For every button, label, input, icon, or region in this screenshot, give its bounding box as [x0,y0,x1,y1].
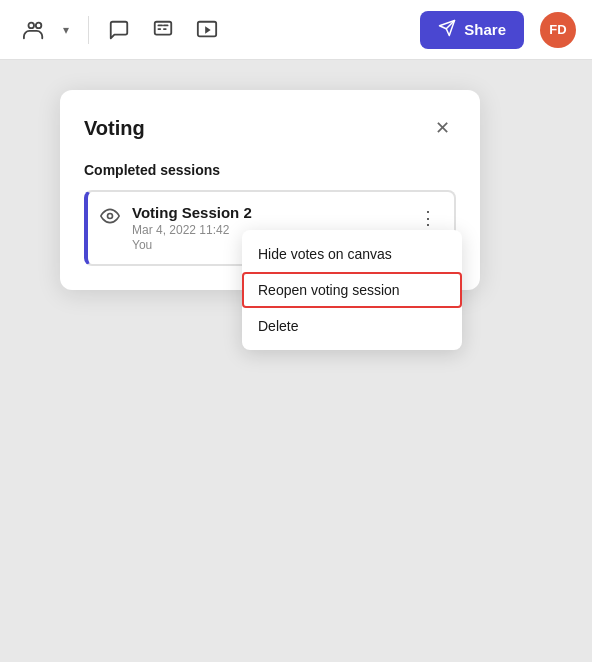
panel-header: Voting ✕ [84,114,456,142]
hide-votes-label: Hide votes on canvas [258,246,392,262]
delete-item[interactable]: Delete [242,308,462,344]
eye-icon [100,206,120,231]
divider-1 [88,16,89,44]
svg-marker-4 [205,26,211,33]
session-name: Voting Session 2 [132,204,402,221]
share-label: Share [464,21,506,38]
quote-icon[interactable] [145,12,181,48]
section-title: Completed sessions [84,162,456,178]
session-menu-button[interactable]: ⋮ [414,204,442,232]
svg-point-7 [108,214,113,219]
avatar-initials: FD [549,22,566,37]
close-button[interactable]: ✕ [428,114,456,142]
more-icon: ⋮ [419,207,437,229]
toolbar-left-icons: ▾ [16,12,76,48]
chat-icon[interactable] [101,12,137,48]
main-content: Voting ✕ Completed sessions Voting Sessi… [0,60,592,662]
reopen-voting-label: Reopen voting session [258,282,400,298]
share-button[interactable]: Share [420,11,524,49]
toolbar: ▾ Share FD [0,0,592,60]
svg-point-0 [29,22,35,28]
share-icon [438,19,456,41]
close-icon: ✕ [435,117,450,139]
avatar[interactable]: FD [540,12,576,48]
reopen-voting-item[interactable]: Reopen voting session [242,272,462,308]
voting-panel: Voting ✕ Completed sessions Voting Sessi… [60,90,480,290]
play-icon[interactable] [189,12,225,48]
svg-point-1 [36,22,42,28]
chevron-down-icon[interactable]: ▾ [56,12,76,48]
session-item: Voting Session 2 Mar 4, 2022 11:42 You ⋮… [84,190,456,266]
team-icon[interactable] [16,12,52,48]
delete-label: Delete [258,318,298,334]
svg-rect-2 [155,21,172,34]
panel-title: Voting [84,117,145,140]
context-menu: Hide votes on canvas Reopen voting sessi… [242,230,462,350]
hide-votes-item[interactable]: Hide votes on canvas [242,236,462,272]
